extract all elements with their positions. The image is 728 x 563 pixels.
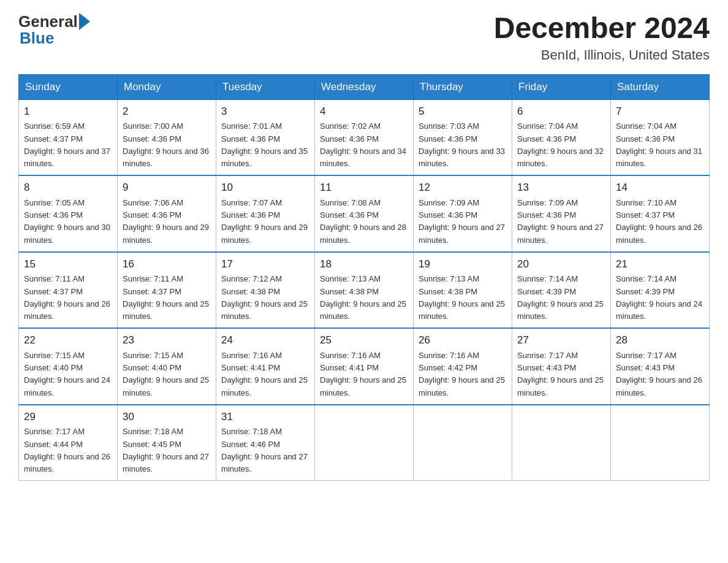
day-number: 13 [517, 180, 605, 196]
col-wednesday: Wednesday [315, 74, 414, 99]
day-info: Sunrise: 7:17 AMSunset: 4:43 PMDaylight:… [517, 351, 604, 397]
day-info: Sunrise: 7:04 AMSunset: 4:36 PMDaylight:… [616, 121, 702, 168]
logo-blue-text: Blue [20, 29, 54, 48]
table-row [414, 405, 512, 481]
table-row: 23 Sunrise: 7:15 AMSunset: 4:40 PMDaylig… [118, 328, 216, 405]
col-saturday: Saturday [611, 74, 710, 99]
day-number: 4 [320, 104, 408, 120]
table-row: 21 Sunrise: 7:14 AMSunset: 4:39 PMDaylig… [611, 252, 710, 329]
day-info: Sunrise: 7:03 AMSunset: 4:36 PMDaylight:… [419, 121, 505, 168]
table-row: 25 Sunrise: 7:16 AMSunset: 4:41 PMDaylig… [315, 328, 414, 405]
day-number: 8 [24, 180, 112, 196]
day-number: 2 [123, 104, 211, 120]
table-row: 31 Sunrise: 7:18 AMSunset: 4:46 PMDaylig… [216, 405, 315, 481]
logo-arrow-icon [79, 13, 90, 30]
day-number: 23 [123, 332, 211, 348]
day-info: Sunrise: 7:16 AMSunset: 4:41 PMDaylight:… [221, 351, 308, 397]
col-thursday: Thursday [414, 74, 512, 99]
calendar-table: Sunday Monday Tuesday Wednesday Thursday… [18, 74, 710, 481]
day-number: 16 [123, 256, 211, 272]
table-row: 24 Sunrise: 7:16 AMSunset: 4:41 PMDaylig… [216, 328, 315, 405]
day-number: 7 [616, 104, 704, 120]
header-row: Sunday Monday Tuesday Wednesday Thursday… [19, 74, 710, 99]
day-number: 1 [24, 104, 112, 120]
day-number: 17 [221, 256, 309, 272]
table-row [611, 405, 710, 481]
col-monday: Monday [118, 74, 216, 99]
col-sunday: Sunday [19, 74, 118, 99]
table-row: 15 Sunrise: 7:11 AMSunset: 4:37 PMDaylig… [19, 252, 118, 329]
day-info: Sunrise: 7:06 AMSunset: 4:36 PMDaylight:… [123, 198, 209, 245]
table-row: 7 Sunrise: 7:04 AMSunset: 4:36 PMDayligh… [611, 99, 710, 175]
page-header: General Blue December 2024 BenId, Illino… [18, 12, 710, 63]
table-row [315, 405, 414, 481]
table-row: 4 Sunrise: 7:02 AMSunset: 4:36 PMDayligh… [315, 99, 414, 175]
month-title: December 2024 [494, 12, 710, 45]
table-row: 18 Sunrise: 7:13 AMSunset: 4:38 PMDaylig… [315, 252, 414, 329]
day-number: 5 [419, 104, 507, 120]
col-friday: Friday [512, 74, 611, 99]
day-number: 20 [517, 256, 605, 272]
day-info: Sunrise: 7:16 AMSunset: 4:42 PMDaylight:… [419, 351, 505, 397]
table-row: 17 Sunrise: 7:12 AMSunset: 4:38 PMDaylig… [216, 252, 315, 329]
day-info: Sunrise: 7:09 AMSunset: 4:36 PMDaylight:… [419, 198, 505, 245]
table-row: 8 Sunrise: 7:05 AMSunset: 4:36 PMDayligh… [19, 175, 118, 252]
day-info: Sunrise: 7:01 AMSunset: 4:36 PMDaylight:… [221, 121, 308, 168]
table-row: 28 Sunrise: 7:17 AMSunset: 4:43 PMDaylig… [611, 328, 710, 405]
table-row [512, 405, 611, 481]
day-number: 30 [123, 409, 211, 425]
day-info: Sunrise: 7:18 AMSunset: 4:45 PMDaylight:… [123, 427, 209, 473]
table-row: 10 Sunrise: 7:07 AMSunset: 4:36 PMDaylig… [216, 175, 315, 252]
day-info: Sunrise: 7:16 AMSunset: 4:41 PMDaylight:… [320, 351, 406, 397]
day-number: 29 [24, 409, 112, 425]
table-row: 22 Sunrise: 7:15 AMSunset: 4:40 PMDaylig… [19, 328, 118, 405]
table-row: 14 Sunrise: 7:10 AMSunset: 4:37 PMDaylig… [611, 175, 710, 252]
day-number: 9 [123, 180, 211, 196]
day-number: 28 [616, 332, 704, 348]
day-info: Sunrise: 7:17 AMSunset: 4:43 PMDaylight:… [616, 351, 702, 397]
day-info: Sunrise: 7:00 AMSunset: 4:36 PMDaylight:… [123, 121, 209, 168]
table-row: 30 Sunrise: 7:18 AMSunset: 4:45 PMDaylig… [118, 405, 216, 481]
location-subtitle: BenId, Illinois, United States [494, 47, 710, 63]
logo: General Blue [18, 12, 90, 48]
day-number: 12 [419, 180, 507, 196]
day-info: Sunrise: 7:15 AMSunset: 4:40 PMDaylight:… [123, 351, 209, 397]
day-number: 22 [24, 332, 112, 348]
day-number: 27 [517, 332, 605, 348]
day-number: 19 [419, 256, 507, 272]
day-number: 6 [517, 104, 605, 120]
calendar-week-row: 29 Sunrise: 7:17 AMSunset: 4:44 PMDaylig… [19, 405, 710, 481]
day-number: 10 [221, 180, 309, 196]
day-info: Sunrise: 7:04 AMSunset: 4:36 PMDaylight:… [517, 121, 604, 168]
day-info: Sunrise: 7:13 AMSunset: 4:38 PMDaylight:… [320, 274, 406, 321]
day-info: Sunrise: 7:18 AMSunset: 4:46 PMDaylight:… [221, 427, 308, 473]
day-number: 21 [616, 256, 704, 272]
day-number: 24 [221, 332, 309, 348]
table-row: 29 Sunrise: 7:17 AMSunset: 4:44 PMDaylig… [19, 405, 118, 481]
col-tuesday: Tuesday [216, 74, 315, 99]
calendar-week-row: 1 Sunrise: 6:59 AMSunset: 4:37 PMDayligh… [19, 99, 710, 175]
day-number: 15 [24, 256, 112, 272]
day-number: 31 [221, 409, 309, 425]
day-info: Sunrise: 7:13 AMSunset: 4:38 PMDaylight:… [419, 274, 505, 321]
day-number: 26 [419, 332, 507, 348]
table-row: 12 Sunrise: 7:09 AMSunset: 4:36 PMDaylig… [414, 175, 512, 252]
table-row: 3 Sunrise: 7:01 AMSunset: 4:36 PMDayligh… [216, 99, 315, 175]
day-info: Sunrise: 7:11 AMSunset: 4:37 PMDaylight:… [123, 274, 209, 321]
day-info: Sunrise: 6:59 AMSunset: 4:37 PMDaylight:… [24, 121, 110, 168]
day-info: Sunrise: 7:05 AMSunset: 4:36 PMDaylight:… [24, 198, 110, 245]
day-info: Sunrise: 7:11 AMSunset: 4:37 PMDaylight:… [24, 274, 110, 321]
day-info: Sunrise: 7:10 AMSunset: 4:37 PMDaylight:… [616, 198, 702, 245]
table-row: 2 Sunrise: 7:00 AMSunset: 4:36 PMDayligh… [118, 99, 216, 175]
day-info: Sunrise: 7:02 AMSunset: 4:36 PMDaylight:… [320, 121, 406, 168]
table-row: 13 Sunrise: 7:09 AMSunset: 4:36 PMDaylig… [512, 175, 611, 252]
table-row: 20 Sunrise: 7:14 AMSunset: 4:39 PMDaylig… [512, 252, 611, 329]
table-row: 16 Sunrise: 7:11 AMSunset: 4:37 PMDaylig… [118, 252, 216, 329]
day-info: Sunrise: 7:12 AMSunset: 4:38 PMDaylight:… [221, 274, 308, 321]
day-info: Sunrise: 7:07 AMSunset: 4:36 PMDaylight:… [221, 198, 308, 245]
day-number: 14 [616, 180, 704, 196]
table-row: 6 Sunrise: 7:04 AMSunset: 4:36 PMDayligh… [512, 99, 611, 175]
day-info: Sunrise: 7:14 AMSunset: 4:39 PMDaylight:… [616, 274, 702, 321]
calendar-week-row: 22 Sunrise: 7:15 AMSunset: 4:40 PMDaylig… [19, 328, 710, 405]
day-number: 18 [320, 256, 408, 272]
